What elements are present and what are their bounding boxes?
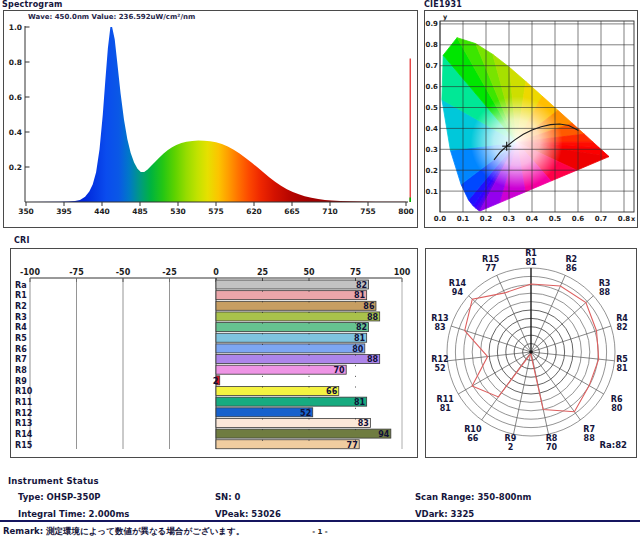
svg-text:0.2: 0.2 bbox=[9, 163, 22, 172]
svg-text:R8: R8 bbox=[15, 366, 27, 375]
spectrometer-report-page: { "sections": { "spectrogram_title": "Sp… bbox=[0, 0, 640, 543]
svg-text:88: 88 bbox=[599, 288, 611, 297]
svg-text:R11: R11 bbox=[15, 398, 33, 407]
svg-text:0.1: 0.1 bbox=[426, 188, 439, 196]
svg-text:70: 70 bbox=[546, 443, 558, 452]
svg-text:0.3: 0.3 bbox=[426, 146, 439, 154]
instrument-vpeak: VPeak: 53026 bbox=[215, 509, 281, 519]
svg-text:-50: -50 bbox=[116, 268, 131, 277]
svg-text:Ra:82: Ra:82 bbox=[599, 440, 627, 450]
svg-text:50: 50 bbox=[303, 268, 315, 277]
svg-text:0.3: 0.3 bbox=[503, 215, 516, 223]
svg-text:82: 82 bbox=[356, 323, 367, 332]
svg-text:395: 395 bbox=[56, 207, 72, 216]
cie1931-panel: 0.00.10.20.30.40.50.60.70.80.10.20.30.40… bbox=[424, 10, 638, 228]
svg-text:2: 2 bbox=[508, 443, 514, 452]
svg-text:88: 88 bbox=[584, 434, 596, 443]
svg-text:R7: R7 bbox=[15, 355, 27, 364]
svg-text:83: 83 bbox=[434, 323, 445, 332]
svg-text:1.0: 1.0 bbox=[9, 23, 22, 32]
svg-text:0.6: 0.6 bbox=[572, 215, 585, 223]
svg-text:R4: R4 bbox=[15, 323, 27, 332]
svg-text:83: 83 bbox=[358, 419, 369, 428]
svg-text:2: 2 bbox=[213, 377, 219, 386]
svg-text:y: y bbox=[443, 13, 448, 21]
svg-text:R6: R6 bbox=[15, 345, 27, 354]
svg-text:0.4: 0.4 bbox=[9, 128, 22, 137]
svg-text:0.8: 0.8 bbox=[426, 41, 439, 49]
svg-text:86: 86 bbox=[363, 302, 375, 311]
svg-text:77: 77 bbox=[485, 264, 496, 273]
svg-text:0.8: 0.8 bbox=[9, 58, 22, 67]
svg-text:R7: R7 bbox=[583, 425, 595, 434]
svg-text:440: 440 bbox=[94, 207, 110, 216]
svg-text:665: 665 bbox=[284, 207, 300, 216]
spectrogram-section-title: Spectrogram bbox=[2, 0, 63, 9]
cie1931-chromaticity-chart: 0.00.10.20.30.40.50.60.70.80.10.20.30.40… bbox=[425, 11, 637, 227]
svg-text:x: x bbox=[631, 215, 636, 223]
svg-text:R12: R12 bbox=[15, 409, 32, 418]
svg-text:R11: R11 bbox=[437, 395, 455, 404]
svg-text:R14: R14 bbox=[15, 430, 33, 439]
svg-text:75: 75 bbox=[350, 268, 362, 277]
svg-text:R15: R15 bbox=[482, 255, 500, 264]
cie1931-section-title: CIE1931 bbox=[424, 0, 462, 9]
svg-text:R9: R9 bbox=[15, 377, 27, 386]
svg-text:0.6: 0.6 bbox=[9, 93, 22, 102]
svg-text:R9: R9 bbox=[505, 434, 517, 443]
svg-text:R1: R1 bbox=[15, 291, 27, 300]
svg-text:485: 485 bbox=[132, 207, 148, 216]
svg-text:R4: R4 bbox=[616, 314, 628, 323]
svg-text:R3: R3 bbox=[15, 313, 27, 322]
instrument-vdark: VDark: 3325 bbox=[415, 509, 474, 519]
instrument-type: Type: OHSP-350P bbox=[18, 492, 101, 502]
svg-text:100: 100 bbox=[394, 268, 411, 277]
svg-text:0.0: 0.0 bbox=[434, 215, 447, 223]
svg-text:R13: R13 bbox=[15, 419, 32, 428]
svg-text:R15: R15 bbox=[15, 441, 33, 450]
cri-section-title: CRI bbox=[14, 236, 30, 245]
svg-text:R5: R5 bbox=[15, 334, 27, 343]
svg-text:R10: R10 bbox=[15, 387, 33, 396]
page-number: - 1 - bbox=[0, 528, 640, 536]
svg-text:R12: R12 bbox=[431, 355, 448, 364]
svg-text:81: 81 bbox=[354, 334, 366, 343]
cri-bar-panel: -100-75-50-250255075100Ra82R181R286R388R… bbox=[10, 248, 418, 458]
svg-text:88: 88 bbox=[367, 313, 379, 322]
svg-text:94: 94 bbox=[452, 288, 464, 297]
spectrogram-chart[interactable]: 0.20.40.60.81.03503954404855305756206657… bbox=[4, 11, 417, 227]
svg-text:R8: R8 bbox=[546, 434, 558, 443]
svg-text:R13: R13 bbox=[431, 314, 448, 323]
svg-text:0: 0 bbox=[213, 268, 219, 277]
svg-text:66: 66 bbox=[326, 387, 338, 396]
svg-text:0.1: 0.1 bbox=[457, 215, 470, 223]
svg-text:-75: -75 bbox=[69, 268, 84, 277]
instrument-serial-number: SN: 0 bbox=[215, 492, 241, 502]
svg-text:R1: R1 bbox=[525, 249, 537, 258]
svg-text:0.8: 0.8 bbox=[618, 215, 631, 223]
svg-text:575: 575 bbox=[208, 207, 224, 216]
svg-text:R5: R5 bbox=[616, 355, 628, 364]
svg-text:82: 82 bbox=[356, 281, 367, 290]
svg-text:88: 88 bbox=[367, 355, 379, 364]
footer-separator bbox=[0, 520, 640, 522]
svg-text:94: 94 bbox=[378, 430, 390, 439]
svg-text:0.5: 0.5 bbox=[426, 104, 439, 112]
svg-text:R14: R14 bbox=[449, 279, 467, 288]
svg-text:52: 52 bbox=[434, 364, 445, 373]
svg-text:350: 350 bbox=[18, 207, 34, 216]
svg-text:86: 86 bbox=[566, 264, 578, 273]
svg-text:0.6: 0.6 bbox=[426, 83, 439, 91]
svg-text:81: 81 bbox=[354, 291, 366, 300]
spectrogram-cursor-readout: Wave: 450.0nm Value: 236.592uW/cm²/nm bbox=[28, 13, 195, 21]
cri-radar-panel: R181R286R388R482R581R680R788R870R92R1066… bbox=[425, 248, 637, 458]
svg-text:80: 80 bbox=[611, 404, 623, 413]
svg-text:0.2: 0.2 bbox=[426, 167, 439, 175]
svg-text:R3: R3 bbox=[599, 279, 611, 288]
svg-text:81: 81 bbox=[440, 404, 452, 413]
instrument-scan-range: Scan Range: 350-800nm bbox=[415, 492, 531, 502]
svg-text:81: 81 bbox=[616, 364, 628, 373]
svg-text:530: 530 bbox=[170, 207, 186, 216]
svg-text:R6: R6 bbox=[611, 395, 623, 404]
svg-text:77: 77 bbox=[347, 441, 358, 450]
